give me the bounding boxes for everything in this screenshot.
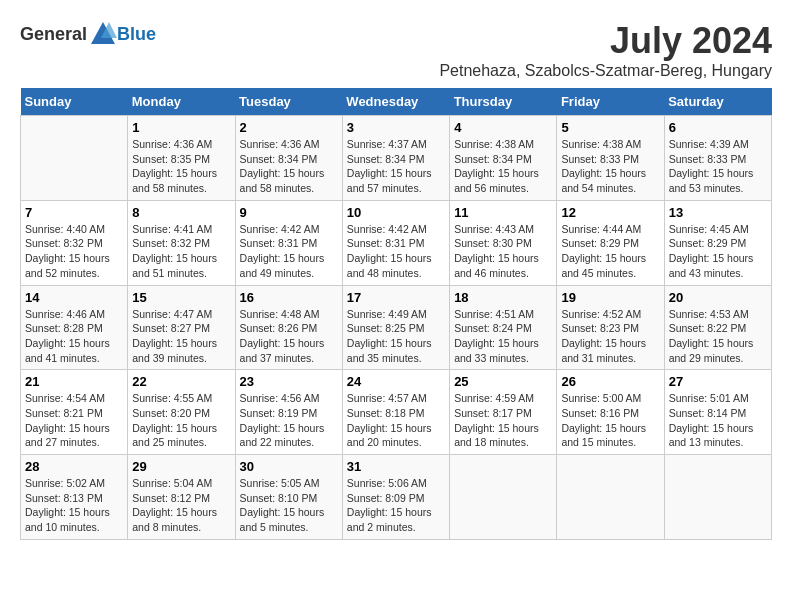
calendar-cell: 22Sunrise: 4:55 AM Sunset: 8:20 PM Dayli… bbox=[128, 370, 235, 455]
calendar-cell: 15Sunrise: 4:47 AM Sunset: 8:27 PM Dayli… bbox=[128, 285, 235, 370]
calendar-cell: 14Sunrise: 4:46 AM Sunset: 8:28 PM Dayli… bbox=[21, 285, 128, 370]
calendar-cell: 7Sunrise: 4:40 AM Sunset: 8:32 PM Daylig… bbox=[21, 200, 128, 285]
calendar-body: 1Sunrise: 4:36 AM Sunset: 8:35 PM Daylig… bbox=[21, 116, 772, 540]
day-info: Sunrise: 5:01 AM Sunset: 8:14 PM Dayligh… bbox=[669, 391, 767, 450]
calendar-cell: 29Sunrise: 5:04 AM Sunset: 8:12 PM Dayli… bbox=[128, 455, 235, 540]
calendar-cell: 24Sunrise: 4:57 AM Sunset: 8:18 PM Dayli… bbox=[342, 370, 449, 455]
day-info: Sunrise: 4:38 AM Sunset: 8:34 PM Dayligh… bbox=[454, 137, 552, 196]
calendar-cell: 13Sunrise: 4:45 AM Sunset: 8:29 PM Dayli… bbox=[664, 200, 771, 285]
day-number: 10 bbox=[347, 205, 445, 220]
day-number: 17 bbox=[347, 290, 445, 305]
calendar-week-row: 14Sunrise: 4:46 AM Sunset: 8:28 PM Dayli… bbox=[21, 285, 772, 370]
day-number: 22 bbox=[132, 374, 230, 389]
calendar-cell: 21Sunrise: 4:54 AM Sunset: 8:21 PM Dayli… bbox=[21, 370, 128, 455]
day-number: 13 bbox=[669, 205, 767, 220]
day-number: 20 bbox=[669, 290, 767, 305]
day-info: Sunrise: 5:06 AM Sunset: 8:09 PM Dayligh… bbox=[347, 476, 445, 535]
day-number: 11 bbox=[454, 205, 552, 220]
day-info: Sunrise: 4:51 AM Sunset: 8:24 PM Dayligh… bbox=[454, 307, 552, 366]
calendar-week-row: 28Sunrise: 5:02 AM Sunset: 8:13 PM Dayli… bbox=[21, 455, 772, 540]
day-info: Sunrise: 4:36 AM Sunset: 8:34 PM Dayligh… bbox=[240, 137, 338, 196]
logo: General Blue bbox=[20, 20, 156, 48]
day-number: 2 bbox=[240, 120, 338, 135]
day-info: Sunrise: 4:54 AM Sunset: 8:21 PM Dayligh… bbox=[25, 391, 123, 450]
logo-text-blue: Blue bbox=[117, 24, 156, 45]
calendar-cell: 28Sunrise: 5:02 AM Sunset: 8:13 PM Dayli… bbox=[21, 455, 128, 540]
calendar-cell: 11Sunrise: 4:43 AM Sunset: 8:30 PM Dayli… bbox=[450, 200, 557, 285]
day-number: 21 bbox=[25, 374, 123, 389]
calendar-cell: 18Sunrise: 4:51 AM Sunset: 8:24 PM Dayli… bbox=[450, 285, 557, 370]
calendar-cell: 6Sunrise: 4:39 AM Sunset: 8:33 PM Daylig… bbox=[664, 116, 771, 201]
weekday-header-cell: Wednesday bbox=[342, 88, 449, 116]
calendar-cell bbox=[664, 455, 771, 540]
day-number: 1 bbox=[132, 120, 230, 135]
weekday-header-cell: Tuesday bbox=[235, 88, 342, 116]
day-number: 9 bbox=[240, 205, 338, 220]
calendar-cell: 5Sunrise: 4:38 AM Sunset: 8:33 PM Daylig… bbox=[557, 116, 664, 201]
calendar-week-row: 7Sunrise: 4:40 AM Sunset: 8:32 PM Daylig… bbox=[21, 200, 772, 285]
page-header: General Blue July 2024 Petnehaza, Szabol… bbox=[20, 20, 772, 80]
weekday-header-cell: Sunday bbox=[21, 88, 128, 116]
day-number: 15 bbox=[132, 290, 230, 305]
day-info: Sunrise: 4:55 AM Sunset: 8:20 PM Dayligh… bbox=[132, 391, 230, 450]
day-info: Sunrise: 4:44 AM Sunset: 8:29 PM Dayligh… bbox=[561, 222, 659, 281]
calendar-cell: 10Sunrise: 4:42 AM Sunset: 8:31 PM Dayli… bbox=[342, 200, 449, 285]
day-number: 28 bbox=[25, 459, 123, 474]
day-info: Sunrise: 5:05 AM Sunset: 8:10 PM Dayligh… bbox=[240, 476, 338, 535]
day-number: 25 bbox=[454, 374, 552, 389]
day-info: Sunrise: 5:04 AM Sunset: 8:12 PM Dayligh… bbox=[132, 476, 230, 535]
logo-icon bbox=[89, 20, 117, 48]
calendar-cell: 31Sunrise: 5:06 AM Sunset: 8:09 PM Dayli… bbox=[342, 455, 449, 540]
calendar-cell: 12Sunrise: 4:44 AM Sunset: 8:29 PM Dayli… bbox=[557, 200, 664, 285]
month-title: July 2024 bbox=[439, 20, 772, 62]
day-number: 6 bbox=[669, 120, 767, 135]
calendar-cell: 27Sunrise: 5:01 AM Sunset: 8:14 PM Dayli… bbox=[664, 370, 771, 455]
day-number: 19 bbox=[561, 290, 659, 305]
day-info: Sunrise: 4:42 AM Sunset: 8:31 PM Dayligh… bbox=[347, 222, 445, 281]
day-info: Sunrise: 4:46 AM Sunset: 8:28 PM Dayligh… bbox=[25, 307, 123, 366]
day-number: 23 bbox=[240, 374, 338, 389]
day-info: Sunrise: 4:53 AM Sunset: 8:22 PM Dayligh… bbox=[669, 307, 767, 366]
day-number: 31 bbox=[347, 459, 445, 474]
calendar-cell bbox=[557, 455, 664, 540]
calendar-week-row: 1Sunrise: 4:36 AM Sunset: 8:35 PM Daylig… bbox=[21, 116, 772, 201]
calendar-cell: 19Sunrise: 4:52 AM Sunset: 8:23 PM Dayli… bbox=[557, 285, 664, 370]
calendar-cell bbox=[21, 116, 128, 201]
day-info: Sunrise: 4:56 AM Sunset: 8:19 PM Dayligh… bbox=[240, 391, 338, 450]
location-title: Petnehaza, Szabolcs-Szatmar-Bereg, Hunga… bbox=[439, 62, 772, 80]
day-info: Sunrise: 4:59 AM Sunset: 8:17 PM Dayligh… bbox=[454, 391, 552, 450]
calendar-cell: 23Sunrise: 4:56 AM Sunset: 8:19 PM Dayli… bbox=[235, 370, 342, 455]
weekday-header-cell: Monday bbox=[128, 88, 235, 116]
calendar-cell: 2Sunrise: 4:36 AM Sunset: 8:34 PM Daylig… bbox=[235, 116, 342, 201]
calendar-cell: 4Sunrise: 4:38 AM Sunset: 8:34 PM Daylig… bbox=[450, 116, 557, 201]
calendar-cell: 30Sunrise: 5:05 AM Sunset: 8:10 PM Dayli… bbox=[235, 455, 342, 540]
day-info: Sunrise: 5:02 AM Sunset: 8:13 PM Dayligh… bbox=[25, 476, 123, 535]
day-info: Sunrise: 4:43 AM Sunset: 8:30 PM Dayligh… bbox=[454, 222, 552, 281]
day-number: 26 bbox=[561, 374, 659, 389]
calendar-cell: 9Sunrise: 4:42 AM Sunset: 8:31 PM Daylig… bbox=[235, 200, 342, 285]
calendar-cell: 3Sunrise: 4:37 AM Sunset: 8:34 PM Daylig… bbox=[342, 116, 449, 201]
day-number: 30 bbox=[240, 459, 338, 474]
day-info: Sunrise: 4:47 AM Sunset: 8:27 PM Dayligh… bbox=[132, 307, 230, 366]
calendar-cell: 25Sunrise: 4:59 AM Sunset: 8:17 PM Dayli… bbox=[450, 370, 557, 455]
weekday-header-row: SundayMondayTuesdayWednesdayThursdayFrid… bbox=[21, 88, 772, 116]
calendar-cell: 17Sunrise: 4:49 AM Sunset: 8:25 PM Dayli… bbox=[342, 285, 449, 370]
day-info: Sunrise: 4:41 AM Sunset: 8:32 PM Dayligh… bbox=[132, 222, 230, 281]
day-number: 3 bbox=[347, 120, 445, 135]
day-info: Sunrise: 5:00 AM Sunset: 8:16 PM Dayligh… bbox=[561, 391, 659, 450]
day-info: Sunrise: 4:42 AM Sunset: 8:31 PM Dayligh… bbox=[240, 222, 338, 281]
weekday-header-cell: Friday bbox=[557, 88, 664, 116]
day-number: 14 bbox=[25, 290, 123, 305]
day-number: 4 bbox=[454, 120, 552, 135]
calendar-cell bbox=[450, 455, 557, 540]
calendar-week-row: 21Sunrise: 4:54 AM Sunset: 8:21 PM Dayli… bbox=[21, 370, 772, 455]
calendar-cell: 16Sunrise: 4:48 AM Sunset: 8:26 PM Dayli… bbox=[235, 285, 342, 370]
calendar-cell: 1Sunrise: 4:36 AM Sunset: 8:35 PM Daylig… bbox=[128, 116, 235, 201]
day-info: Sunrise: 4:45 AM Sunset: 8:29 PM Dayligh… bbox=[669, 222, 767, 281]
day-info: Sunrise: 4:49 AM Sunset: 8:25 PM Dayligh… bbox=[347, 307, 445, 366]
day-info: Sunrise: 4:37 AM Sunset: 8:34 PM Dayligh… bbox=[347, 137, 445, 196]
calendar-cell: 26Sunrise: 5:00 AM Sunset: 8:16 PM Dayli… bbox=[557, 370, 664, 455]
day-number: 5 bbox=[561, 120, 659, 135]
day-number: 24 bbox=[347, 374, 445, 389]
day-info: Sunrise: 4:52 AM Sunset: 8:23 PM Dayligh… bbox=[561, 307, 659, 366]
